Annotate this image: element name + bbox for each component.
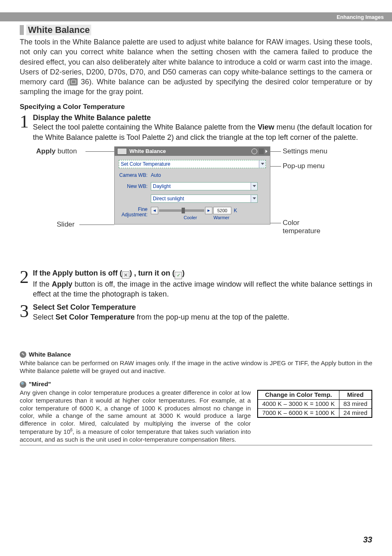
step-2-title: If the Apply button is off (✕) , turn it…: [33, 269, 372, 279]
slider-track[interactable]: [159, 209, 204, 212]
apply-toggle-icon[interactable]: [117, 148, 127, 155]
step-1: 1 Display the White Balance palette Sele…: [20, 114, 372, 142]
note-icon: ✎: [20, 351, 26, 358]
kelvin-unit: K: [234, 208, 237, 213]
mode-dropdown[interactable]: Set Color Temperature: [119, 160, 266, 168]
settings-menu-icon[interactable]: [251, 148, 257, 154]
left-arrow-icon[interactable]: ◄: [151, 207, 158, 214]
leader-popup: [270, 166, 281, 167]
label-popup: Pop-up menu: [283, 162, 325, 170]
new-wb-label: New WB:: [119, 183, 148, 189]
step-1-text: Select the tool palette containing the W…: [33, 122, 372, 142]
step-1-title: Display the White Balance palette: [33, 114, 372, 123]
note-mired: 🔍 "Mired" Any given change in color temp…: [20, 380, 372, 445]
apply-on-icon: ✓: [175, 272, 182, 279]
page-number: 33: [363, 535, 372, 544]
step-3: 3 Select Set Color Temperature Select Se…: [20, 303, 372, 322]
note-white-balance: ✎ White Balance White balance can be per…: [20, 351, 372, 375]
table-row: 7000 K – 6000 K = 1000 K 24 mired: [258, 408, 372, 417]
step-3-title: Select Set Color Temperature: [33, 303, 372, 312]
step-2-text: If the Apply button is off, the image in…: [33, 279, 372, 299]
chevron-down-icon[interactable]: [259, 160, 265, 168]
section-accent: [20, 25, 24, 35]
table-header-change: Change in Color Temp.: [258, 390, 339, 399]
sub-dropdown[interactable]: Direct sunlight: [151, 195, 258, 203]
apply-off-icon: ✕: [122, 271, 129, 279]
section-title: White Balance: [26, 25, 91, 35]
label-settings: Settings menu: [283, 147, 327, 155]
cooler-label: Cooler: [184, 215, 197, 220]
sub-heading: Specifying a Color Temperature: [20, 103, 372, 111]
leader-apply: [85, 151, 114, 152]
fine-adj-label: Fine Adjustment:: [119, 207, 148, 218]
mired-text: Any given change in color temperature pr…: [20, 389, 251, 443]
leader-settings: [270, 151, 281, 152]
chevron-down-icon[interactable]: [251, 183, 257, 190]
mired-table: Change in Color Temp. Mired 4000 K – 300…: [257, 390, 372, 418]
footer-rule: [20, 445, 372, 445]
intro-paragraph: The tools in the White Balance palette a…: [20, 37, 372, 97]
chevron-down-icon[interactable]: [251, 195, 257, 202]
palette-diagram: Apply button Slider Settings menu Pop-up…: [20, 146, 373, 262]
leader-colortemp: [270, 223, 281, 223]
step-2: 2 If the Apply button is off (✕) , turn …: [20, 269, 372, 299]
collapse-icon[interactable]: [265, 150, 267, 153]
header-bar: Enhancing Images: [0, 12, 392, 21]
palette-title-text: White Balance: [129, 148, 166, 154]
page-ref-icon: [69, 78, 78, 86]
camera-wb-label: Camera WB:: [119, 172, 148, 178]
step-2-number: 2: [20, 269, 33, 299]
breadcrumb: Enhancing Images: [337, 14, 384, 20]
table-header-mired: Mired: [339, 390, 372, 399]
label-apply: Apply button: [36, 147, 77, 155]
table-row: 4000 K – 3000 K = 1000 K 83 mired: [258, 399, 372, 408]
label-colortemp: Color temperature: [283, 219, 321, 235]
leader-slider: [79, 225, 114, 225]
fine-adjustment-slider[interactable]: ◄ ► 5200 K: [151, 207, 237, 214]
slider-thumb[interactable]: [182, 208, 185, 213]
kelvin-value[interactable]: 5200: [213, 207, 231, 214]
label-slider: Slider: [57, 220, 74, 229]
new-wb-dropdown[interactable]: Daylight: [151, 182, 258, 190]
doc-icon[interactable]: [259, 148, 264, 154]
search-icon: 🔍: [20, 381, 26, 388]
step-3-number: 3: [20, 303, 33, 322]
step-3-text: Select Set Color Temperature from the po…: [33, 312, 372, 322]
camera-wb-value: Auto: [151, 172, 161, 178]
right-arrow-icon[interactable]: ►: [205, 207, 212, 214]
white-balance-palette: White Balance Set Color Temperature Came…: [114, 146, 270, 225]
palette-titlebar: White Balance: [115, 147, 270, 156]
step-1-number: 1: [20, 114, 33, 142]
warmer-label: Warmer: [213, 215, 229, 220]
